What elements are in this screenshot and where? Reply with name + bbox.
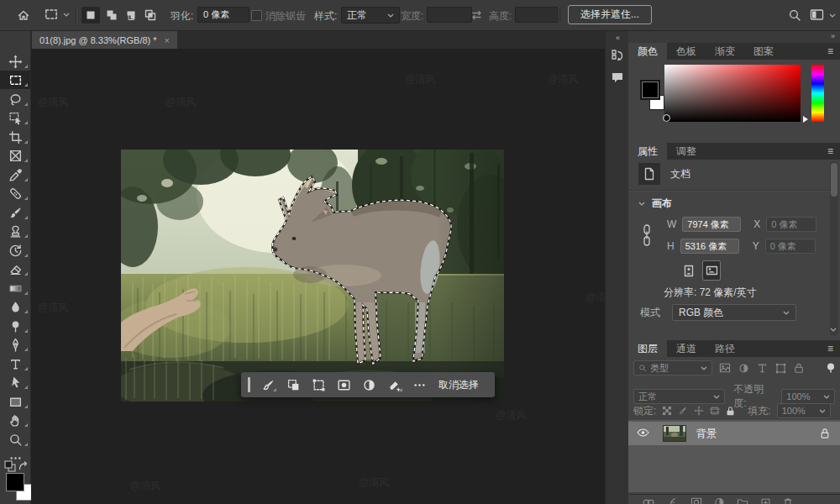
lock-transparency-icon[interactable] [662, 406, 672, 416]
antialias-checkbox[interactable] [251, 10, 262, 21]
object-selection-tool[interactable] [0, 108, 30, 127]
pen-tool[interactable] [0, 335, 30, 354]
lock-all-icon[interactable] [726, 406, 735, 417]
gradient-tool[interactable] [0, 279, 30, 297]
intersect-selection-mode-icon[interactable] [141, 7, 160, 24]
lasso-tool[interactable] [0, 90, 30, 108]
tab-patterns[interactable]: 图案 [744, 43, 783, 60]
tab-channels[interactable]: 通道 [667, 340, 706, 357]
document-tab[interactable]: 01(8).jpg @ 8.33%(RGB/8) * × [32, 31, 177, 49]
tab-adjustments[interactable]: 调整 [667, 143, 706, 160]
lock-artboard-icon[interactable] [710, 406, 720, 416]
workspace-switcher-icon[interactable] [810, 8, 824, 21]
swap-colors-icon[interactable] [18, 460, 29, 471]
tab-layers[interactable]: 图层 [628, 340, 667, 357]
collapse-dock-icon[interactable]: » [831, 32, 834, 40]
canvas-area[interactable]: @清风 @清风 @清风 @清风 @清风 @清风 @清风 @清风 @清风 [31, 49, 605, 504]
path-selection-tool[interactable] [0, 373, 30, 391]
height-input[interactable] [515, 7, 560, 23]
color-field[interactable] [664, 65, 801, 122]
tool-preset-marquee[interactable] [44, 7, 70, 22]
layer-lock-icon[interactable] [820, 428, 830, 439]
add-mask-icon[interactable] [690, 497, 702, 504]
rectangle-tool[interactable] [0, 392, 30, 411]
create-adjustment-icon[interactable] [358, 375, 380, 394]
new-adjustment-icon[interactable] [714, 497, 725, 504]
layer-visibility-eye-icon[interactable] [637, 428, 649, 439]
close-icon[interactable]: × [165, 35, 170, 45]
properties-scrollbar[interactable] [830, 161, 838, 336]
tab-properties[interactable]: 属性 [628, 143, 667, 160]
document-image[interactable] [121, 150, 504, 402]
fill-input[interactable]: 100% [777, 403, 831, 418]
blur-tool[interactable] [0, 297, 30, 316]
brush-tool[interactable] [0, 203, 30, 222]
generative-fill-icon[interactable] [383, 375, 405, 394]
dodge-tool[interactable] [0, 317, 30, 335]
filter-pixel-layers-icon[interactable] [719, 363, 731, 373]
blend-mode-select[interactable]: 正常 [633, 389, 725, 404]
lock-pixels-icon[interactable] [678, 406, 688, 416]
filter-shape-layers-icon[interactable] [775, 363, 786, 374]
taskbar-more-icon[interactable] [408, 375, 430, 394]
eraser-tool[interactable] [0, 260, 30, 278]
home-icon[interactable] [17, 8, 30, 22]
delete-layer-icon[interactable] [783, 497, 793, 504]
history-brush-tool[interactable] [0, 241, 30, 260]
link-layers-icon[interactable] [642, 497, 655, 504]
scroll-down-icon[interactable] [830, 328, 837, 332]
canvas-section-header[interactable]: 画布 [638, 197, 672, 211]
create-mask-icon[interactable] [333, 375, 354, 394]
portrait-orientation-icon[interactable] [680, 261, 697, 280]
canvas-width-input[interactable]: 7974 像素 [682, 217, 741, 232]
layer-row-background[interactable]: 背景 [628, 422, 840, 445]
tab-gradients[interactable]: 渐变 [706, 43, 744, 60]
rectangular-marquee-tool[interactable] [0, 71, 30, 89]
tab-swatches[interactable]: 色板 [667, 43, 706, 60]
opacity-input[interactable]: 100% [781, 389, 835, 404]
color-mode-select[interactable]: RGB 颜色 [672, 304, 796, 321]
foreground-color-swatch[interactable] [6, 473, 24, 491]
zoom-tool[interactable] [0, 430, 30, 449]
canvas-y-input[interactable]: 0 像素 [765, 239, 816, 254]
layer-effects-icon[interactable] [667, 497, 679, 504]
style-select[interactable]: 正常 [341, 7, 400, 24]
lock-position-icon[interactable] [694, 406, 704, 416]
frame-tool[interactable] [0, 146, 30, 165]
tab-color[interactable]: 颜色 [628, 43, 667, 60]
filter-type-layers-icon[interactable] [757, 363, 768, 374]
search-icon[interactable] [788, 8, 801, 22]
transform-selection-icon[interactable] [307, 375, 329, 394]
layer-filter-select[interactable]: 类型 [633, 360, 712, 375]
foreground-color-swatch[interactable] [640, 80, 660, 100]
canvas-x-input[interactable]: 0 像素 [766, 217, 816, 232]
link-dimensions-icon[interactable] [642, 223, 652, 249]
subtract-selection-mode-icon[interactable] [122, 7, 140, 24]
add-selection-mode-icon[interactable] [102, 7, 121, 24]
deselect-button[interactable]: 取消选择 [433, 378, 487, 392]
landscape-orientation-icon[interactable] [702, 260, 721, 281]
color-field-cursor[interactable] [663, 114, 670, 122]
type-tool[interactable] [0, 354, 30, 373]
clone-stamp-tool[interactable] [0, 222, 30, 240]
filter-pin-icon[interactable] [827, 363, 835, 373]
layer-thumbnail[interactable] [663, 425, 686, 442]
collapse-panels-icon[interactable]: « [606, 31, 629, 45]
panel-menu-icon[interactable]: ≡ [827, 340, 833, 357]
move-tool[interactable] [0, 52, 30, 71]
hand-tool[interactable] [0, 411, 30, 429]
hue-slider-pointer[interactable] [803, 116, 808, 123]
crop-tool[interactable] [0, 128, 30, 146]
chevron-down-icon[interactable] [829, 13, 836, 18]
panel-menu-icon[interactable]: ≡ [827, 43, 833, 60]
tab-paths[interactable]: 路径 [706, 340, 744, 357]
new-layer-icon[interactable] [760, 497, 771, 504]
swap-dimensions-icon[interactable] [470, 9, 483, 20]
filter-adjustment-layers-icon[interactable] [738, 363, 749, 374]
select-and-mask-button[interactable]: 选择并遮住... [568, 5, 652, 24]
filter-smart-objects-icon[interactable] [794, 363, 804, 374]
spot-healing-brush-tool[interactable] [0, 184, 30, 202]
hue-slider[interactable] [811, 65, 824, 122]
width-input[interactable] [427, 7, 472, 23]
select-and-mask-brush-icon[interactable] [257, 375, 279, 394]
